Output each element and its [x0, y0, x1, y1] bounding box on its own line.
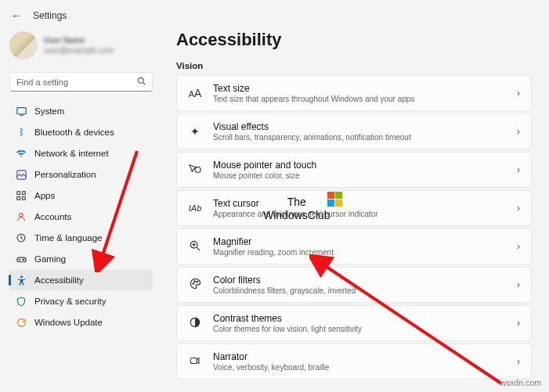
sidebar-item-label: Gaming [34, 254, 66, 264]
svg-point-12 [23, 259, 24, 261]
card-title: Mouse pointer and touch [213, 160, 506, 171]
chevron-right-icon: › [517, 126, 520, 137]
svg-rect-5 [17, 192, 20, 195]
card-sub: Color themes for low vision, light sensi… [213, 325, 506, 333]
svg-point-9 [20, 214, 23, 218]
sidebar-item-label: Time & language [34, 233, 103, 243]
mouse-pointer-icon [188, 164, 202, 177]
chevron-right-icon: › [517, 203, 520, 214]
sidebar-item-label: Accessibility [34, 275, 84, 285]
sidebar-item-label: System [34, 106, 64, 116]
svg-point-14 [195, 167, 200, 172]
search-placeholder: Find a setting [16, 77, 137, 87]
sidebar-item-label: Personalization [34, 170, 96, 179]
sidebar-item-accounts[interactable]: Accounts [9, 207, 153, 227]
gaming-icon [16, 254, 27, 264]
card-title: Magnifier [213, 236, 506, 247]
shield-icon [16, 296, 27, 307]
card-sub: Text size that appears throughout Window… [213, 95, 506, 103]
svg-point-0 [138, 77, 143, 83]
card-title: Narrator [213, 351, 506, 362]
svg-line-16 [197, 247, 200, 250]
back-icon[interactable]: ← [11, 9, 22, 22]
sidebar-item-update[interactable]: Windows Update [9, 312, 153, 333]
window-title: Settings [33, 10, 67, 21]
card-narrator[interactable]: NarratorVoice, verbosity, keyboard, brai… [176, 343, 532, 379]
sidebar-item-label: Accounts [34, 212, 71, 221]
search-input[interactable]: Find a setting [9, 72, 153, 92]
svg-rect-11 [16, 257, 25, 262]
card-contrast-themes[interactable]: Contrast themesColor themes for low visi… [176, 305, 532, 341]
page-title: Accessibility [176, 30, 532, 50]
card-sub: Magnifier reading, zoom increment [213, 248, 506, 257]
svg-point-13 [20, 275, 23, 278]
card-sub: Scroll bars, transparency, animations, n… [213, 133, 506, 142]
chevron-right-icon: › [517, 356, 520, 367]
wifi-icon [16, 148, 27, 159]
card-visual-effects[interactable]: ✦ Visual effectsScroll bars, transparenc… [176, 113, 532, 149]
sidebar-item-apps[interactable]: Apps [9, 185, 153, 206]
chevron-right-icon: › [517, 88, 520, 99]
sidebar-item-time[interactable]: Time & language [9, 228, 153, 248]
profile-email: user@example.com [44, 45, 114, 56]
chevron-right-icon: › [517, 164, 520, 175]
apps-icon [16, 190, 27, 201]
accounts-icon [16, 211, 27, 222]
main-content: Accessibility Vision AA Text sizeText si… [159, 25, 549, 392]
card-text-cursor[interactable]: IAb Text cursorAppearance and thickness,… [176, 190, 532, 226]
chevron-right-icon: › [517, 318, 520, 329]
accessibility-icon [16, 275, 27, 286]
sidebar-item-gaming[interactable]: Gaming [9, 249, 153, 269]
svg-point-21 [197, 281, 198, 282]
personalization-icon [16, 169, 27, 180]
sidebar-item-bluetooth[interactable]: ᛒ Bluetooth & devices [9, 122, 153, 142]
text-cursor-icon: IAb [188, 203, 202, 213]
magnifier-icon [188, 240, 202, 254]
contrast-icon [188, 317, 202, 330]
sparkle-icon: ✦ [188, 125, 202, 138]
svg-rect-2 [16, 107, 25, 113]
svg-rect-6 [23, 192, 26, 195]
search-icon [137, 77, 146, 87]
sidebar-item-label: Apps [34, 191, 55, 200]
svg-line-1 [143, 83, 146, 85]
card-title: Text size [213, 83, 506, 94]
sidebar: User Name user@example.com Find a settin… [0, 25, 159, 392]
svg-point-19 [192, 283, 193, 285]
sidebar-item-label: Bluetooth & devices [34, 128, 114, 137]
card-sub: Colorblindness filters, grayscale, inver… [213, 286, 506, 295]
card-title: Contrast themes [213, 313, 506, 324]
update-icon [16, 317, 27, 328]
card-sub: Appearance and thickness, text cursor in… [213, 210, 506, 218]
system-icon [16, 106, 27, 117]
card-text-size[interactable]: AA Text sizeText size that appears throu… [176, 75, 532, 111]
user-profile[interactable]: User Name user@example.com [9, 28, 153, 63]
svg-rect-7 [17, 197, 20, 200]
svg-rect-8 [23, 197, 26, 200]
sidebar-item-label: Windows Update [34, 318, 103, 327]
text-size-icon: AA [188, 87, 202, 99]
sidebar-item-privacy[interactable]: Privacy & security [9, 291, 153, 311]
card-mouse-pointer[interactable]: Mouse pointer and touchMouse pointer col… [176, 152, 532, 188]
sidebar-item-network[interactable]: Network & internet [9, 143, 153, 164]
svg-rect-23 [190, 358, 197, 363]
sidebar-item-personalization[interactable]: Personalization [9, 164, 153, 185]
clock-icon [16, 232, 27, 243]
profile-name: User Name [44, 35, 114, 45]
bluetooth-icon: ᛒ [16, 127, 27, 138]
sidebar-item-system[interactable]: System [9, 101, 153, 121]
chevron-right-icon: › [517, 241, 520, 252]
card-title: Visual effects [213, 121, 506, 132]
section-title: Vision [176, 61, 532, 70]
sidebar-item-accessibility[interactable]: Accessibility [9, 270, 153, 290]
avatar [9, 31, 38, 59]
card-color-filters[interactable]: Color filtersColorblindness filters, gra… [176, 267, 532, 303]
sidebar-item-label: Network & internet [34, 149, 109, 158]
sidebar-item-label: Privacy & security [34, 297, 106, 306]
card-magnifier[interactable]: MagnifierMagnifier reading, zoom increme… [176, 228, 532, 264]
card-sub: Voice, verbosity, keyboard, braille [213, 363, 506, 372]
site-watermark: wsxdn.com [500, 378, 541, 387]
card-title: Color filters [213, 275, 506, 286]
card-sub: Mouse pointer color, size [213, 171, 506, 180]
narrator-icon [188, 355, 202, 369]
